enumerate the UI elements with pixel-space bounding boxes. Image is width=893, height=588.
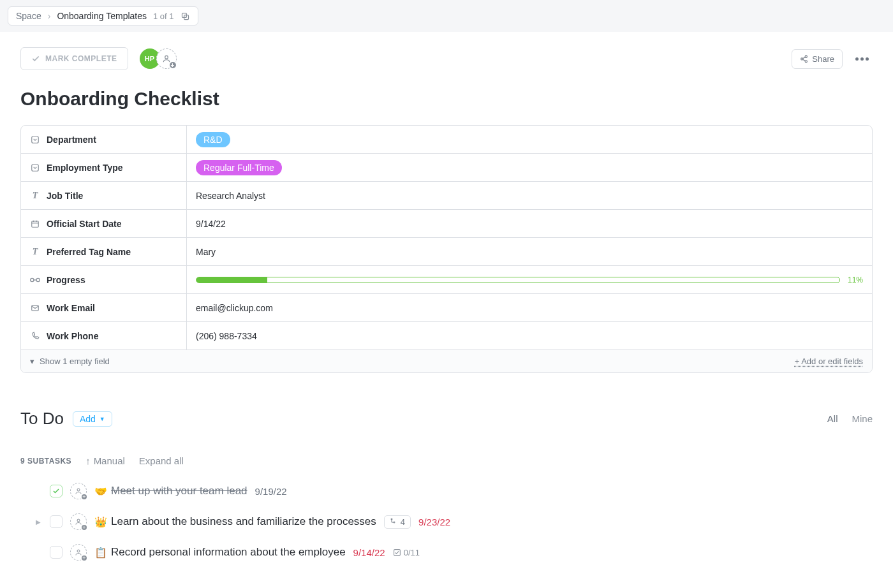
copy-icon[interactable] [181, 11, 190, 21]
task-checkbox[interactable] [50, 546, 63, 559]
filter-all[interactable]: All [827, 413, 838, 424]
field-row-preferred-name: T Preferred Tag Name Mary [21, 238, 872, 266]
field-row-work-phone: Work Phone (206) 988-7334 [21, 322, 872, 350]
field-label: Official Start Date [47, 219, 121, 229]
sort-button[interactable]: ↑ Manual [85, 455, 125, 466]
task-due-date[interactable]: 9/23/22 [418, 517, 450, 527]
task-emoji: 🤝 [94, 485, 107, 497]
plus-icon: + [80, 493, 88, 501]
svg-point-22 [77, 550, 80, 552]
svg-line-6 [803, 57, 806, 58]
task-row[interactable]: ▶+🤝Meet up with your team lead9/19/22 [20, 483, 873, 499]
assign-button[interactable]: + [70, 513, 87, 530]
svg-point-2 [165, 55, 168, 59]
subtask-count: 9 SUBTASKS [20, 457, 71, 466]
task-row[interactable]: ▶+👑Learn about the business and familiar… [20, 513, 873, 530]
work-email-value[interactable]: email@clickup.com [187, 294, 872, 321]
field-row-employment-type: Employment Type Regular Full-Time [21, 154, 872, 182]
job-title-value[interactable]: Research Analyst [187, 182, 872, 209]
assignee-avatars[interactable]: HP + [140, 48, 177, 69]
field-label: Employment Type [47, 163, 123, 173]
caret-down-icon: ▾ [30, 356, 34, 366]
task-checkbox[interactable] [50, 515, 63, 528]
task-title[interactable]: Record personal information about the em… [111, 546, 346, 559]
breadcrumb-current[interactable]: Onboarding Templates [57, 11, 147, 21]
mark-complete-button[interactable]: MARK COMPLETE [20, 47, 128, 70]
checklist-icon [393, 548, 401, 557]
add-task-button[interactable]: Add ▼ [73, 411, 112, 427]
breadcrumb-bar: Space › Onboarding Templates 1 of 1 [0, 0, 893, 32]
empty-fields-label: Show 1 empty field [40, 356, 110, 366]
department-tag[interactable]: R&D [196, 132, 230, 147]
phone-icon [30, 332, 40, 341]
dropdown-icon [30, 135, 40, 144]
task-checkbox[interactable] [50, 485, 63, 497]
add-label: Add [80, 414, 96, 424]
calendar-icon [30, 219, 40, 228]
task-title[interactable]: Meet up with your team lead [111, 485, 247, 497]
subtask-count-chip[interactable]: 4 [384, 515, 411, 529]
breadcrumb-position: 1 of 1 [153, 11, 174, 21]
preferred-name-value[interactable]: Mary [187, 238, 872, 265]
mark-complete-label: MARK COMPLETE [45, 54, 117, 63]
svg-point-18 [77, 489, 80, 491]
assign-button[interactable]: + [70, 483, 87, 499]
breadcrumb-root[interactable]: Space [16, 11, 41, 21]
filter-mine[interactable]: Mine [852, 413, 873, 424]
field-row-work-email: Work Email email@clickup.com [21, 294, 872, 322]
expand-all-button[interactable]: Expand all [139, 455, 184, 466]
breadcrumb[interactable]: Space › Onboarding Templates 1 of 1 [8, 6, 198, 26]
todo-header: To Do Add ▼ All Mine [20, 409, 873, 429]
work-phone-value[interactable]: (206) 988-7334 [187, 322, 872, 349]
assign-button[interactable]: + [70, 544, 87, 561]
plus-icon: + [168, 61, 177, 70]
custom-fields-table: Department R&D Employment Type Regular F… [20, 125, 873, 373]
progress-icon [30, 277, 40, 283]
progress-bar[interactable] [196, 277, 840, 283]
page-title: Onboarding Checklist [20, 88, 873, 110]
svg-point-19 [77, 519, 80, 522]
svg-point-15 [36, 278, 40, 281]
share-button[interactable]: Share [792, 49, 843, 69]
fields-footer: ▾ Show 1 empty field + Add or edit field… [21, 350, 872, 372]
text-icon: T [30, 247, 40, 257]
svg-line-7 [803, 59, 806, 61]
field-label: Work Phone [47, 331, 98, 341]
plus-icon: + [80, 554, 88, 562]
svg-point-4 [801, 57, 803, 59]
field-label: Progress [47, 275, 85, 285]
svg-rect-10 [32, 221, 39, 226]
field-label: Job Title [47, 191, 83, 201]
field-label: Department [47, 135, 96, 145]
progress-percent: 11% [848, 276, 863, 284]
task-title[interactable]: Learn about the business and familiarize… [111, 515, 376, 528]
checklist-progress[interactable]: 0/11 [393, 548, 420, 557]
task-emoji: 👑 [94, 516, 107, 528]
task-row[interactable]: ▶+📋Record personal information about the… [20, 544, 873, 561]
task-list: ▶+🤝Meet up with your team lead9/19/22▶+👑… [20, 483, 873, 561]
svg-rect-8 [32, 136, 39, 143]
svg-rect-9 [32, 164, 39, 171]
expand-caret-icon[interactable]: ▶ [34, 518, 42, 526]
subtask-bar: 9 SUBTASKS ↑ Manual Expand all [20, 455, 873, 466]
dropdown-icon [30, 163, 40, 172]
svg-point-14 [31, 278, 34, 281]
plus-icon: + [80, 524, 88, 531]
start-date-value[interactable]: 9/14/22 [187, 210, 872, 237]
progress-fill [196, 277, 267, 283]
check-icon [31, 54, 40, 63]
employment-type-tag[interactable]: Regular Full-Time [196, 160, 282, 175]
more-menu-button[interactable] [852, 54, 873, 64]
task-due-date[interactable]: 9/19/22 [255, 486, 287, 497]
arrow-up-icon: ↑ [85, 455, 91, 466]
check-icon [52, 487, 60, 495]
text-icon: T [30, 191, 40, 201]
add-assignee-button[interactable]: + [156, 48, 177, 69]
show-empty-fields-button[interactable]: ▾ Show 1 empty field [30, 356, 110, 366]
task-emoji: 📋 [94, 547, 107, 559]
add-edit-fields-button[interactable]: + Add or edit fields [795, 356, 863, 366]
todo-title: To Do [20, 409, 64, 429]
chevron-right-icon: › [48, 11, 51, 21]
page-toolbar: MARK COMPLETE HP + Share [0, 32, 893, 78]
task-due-date[interactable]: 9/14/22 [353, 547, 385, 558]
